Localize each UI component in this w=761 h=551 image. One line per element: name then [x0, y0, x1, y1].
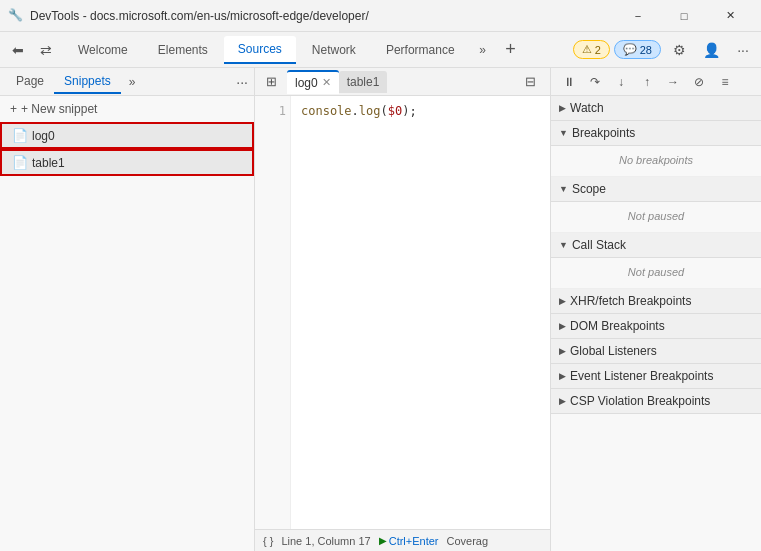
close-tab-log0-icon[interactable]: ✕	[322, 76, 331, 89]
pause-button[interactable]: ⏸	[557, 70, 581, 94]
breakpoints-section-header[interactable]: Breakpoints	[551, 121, 761, 146]
watch-label: Watch	[570, 101, 604, 115]
tab-snippets[interactable]: Snippets	[54, 70, 121, 94]
csp-label: CSP Violation Breakpoints	[570, 394, 710, 408]
editor-tab-table1-label: table1	[347, 75, 380, 89]
breakpoints-label: Breakpoints	[572, 126, 635, 140]
code-semi: ;	[409, 104, 416, 118]
scope-section-header[interactable]: Scope	[551, 177, 761, 202]
content-area: Page Snippets » ··· + + New snippet 📄 lo…	[0, 68, 761, 551]
tab-welcome[interactable]: Welcome	[64, 37, 142, 63]
run-snippet-button[interactable]: ▶ Ctrl+Enter	[379, 535, 439, 547]
code-fn: console	[301, 104, 352, 118]
tab-page[interactable]: Page	[6, 70, 54, 94]
main-toolbar: ⬅ ⇄ Welcome Elements Sources Network Per…	[0, 32, 761, 68]
watch-arrow-icon	[559, 103, 566, 113]
window-controls: − □ ✕	[615, 0, 753, 32]
tab-performance[interactable]: Performance	[372, 37, 469, 63]
breakpoints-menu-button[interactable]: ≡	[713, 70, 737, 94]
editor-collapse-button[interactable]: ⊟	[518, 70, 542, 94]
info-count: 28	[640, 44, 652, 56]
snippet-table1[interactable]: 📄 table1	[0, 149, 254, 176]
title-bar: 🔧 DevTools - docs.microsoft.com/en-us/mi…	[0, 0, 761, 32]
sidebar-content: + + New snippet 📄 log0 📄 table1	[0, 96, 254, 551]
scope-arrow-icon	[559, 184, 568, 194]
snippet-icon: 📄	[12, 128, 28, 143]
step-out-button[interactable]: ↑	[635, 70, 659, 94]
tab-elements[interactable]: Elements	[144, 37, 222, 63]
toolbar-right: ⚠ 2 💬 28 ⚙ 👤 ···	[573, 36, 757, 64]
favicon-icon: 🔧	[8, 8, 24, 24]
code-arg: $0	[388, 104, 402, 118]
snippet-log0[interactable]: 📄 log0	[0, 122, 254, 149]
info-icon: 💬	[623, 43, 637, 56]
tab-sources[interactable]: Sources	[224, 36, 296, 64]
snippet-name-log0: log0	[32, 129, 55, 143]
run-label: Ctrl+Enter	[389, 535, 439, 547]
tab-network[interactable]: Network	[298, 37, 370, 63]
dom-section-header[interactable]: DOM Breakpoints	[551, 314, 761, 339]
editor-panel-button[interactable]: ⊞	[259, 70, 283, 94]
editor-tab-log0[interactable]: log0 ✕	[287, 70, 339, 94]
sidebar-more-button[interactable]: »	[125, 73, 140, 91]
editor-tab-table1[interactable]: table1	[339, 71, 388, 93]
callstack-arrow-icon	[559, 240, 568, 250]
code-method: log	[359, 104, 381, 118]
more-tabs-button[interactable]: »	[471, 38, 495, 62]
event-listener-section-header[interactable]: Event Listener Breakpoints	[551, 364, 761, 389]
dom-arrow-icon	[559, 321, 566, 331]
more-options-button[interactable]: ···	[729, 36, 757, 64]
editor-tab-log0-label: log0	[295, 76, 318, 90]
sidebar-tab-bar: Page Snippets » ···	[0, 68, 254, 96]
watch-section-header[interactable]: Watch	[551, 96, 761, 121]
code-line-1: console.log($0);	[301, 102, 540, 121]
warn-icon: ⚠	[582, 43, 592, 56]
csp-section-header[interactable]: CSP Violation Breakpoints	[551, 389, 761, 414]
code-oparen: (	[381, 104, 388, 118]
step-into-button[interactable]: ↓	[609, 70, 633, 94]
code-dot: .	[352, 104, 359, 118]
code-editor[interactable]: console.log($0);	[291, 96, 550, 529]
callstack-section-header[interactable]: Call Stack	[551, 233, 761, 258]
breakpoints-arrow-icon	[559, 128, 568, 138]
messages-badge[interactable]: 💬 28	[614, 40, 661, 59]
snippet-icon-2: 📄	[12, 155, 28, 170]
global-listeners-section-header[interactable]: Global Listeners	[551, 339, 761, 364]
line-numbers: 1	[255, 96, 291, 529]
run-icon: ▶	[379, 535, 387, 546]
editor-tab-bar: ⊞ log0 ✕ table1 ⊟	[255, 68, 550, 96]
settings-button[interactable]: ⚙	[665, 36, 693, 64]
status-position: Line 1, Column 17	[281, 535, 370, 547]
editor-status-bar: { } Line 1, Column 17 ▶ Ctrl+Enter Cover…	[255, 529, 550, 551]
close-button[interactable]: ✕	[707, 0, 753, 32]
warn-count: 2	[595, 44, 601, 56]
xhr-arrow-icon	[559, 296, 566, 306]
breakpoints-section-content: No breakpoints	[551, 146, 761, 177]
warnings-badge[interactable]: ⚠ 2	[573, 40, 610, 59]
sidebar-menu-button[interactable]: ···	[236, 74, 248, 90]
breakpoints-empty-text: No breakpoints	[551, 150, 761, 172]
editor-area: ⊞ log0 ✕ table1 ⊟ 1 console.log($0); { }…	[255, 68, 551, 551]
scope-empty-text: Not paused	[551, 206, 761, 228]
new-snippet-button[interactable]: + + New snippet	[0, 96, 254, 122]
step-over-button[interactable]: ↷	[583, 70, 607, 94]
devtools-swap-button[interactable]: ⇄	[32, 36, 60, 64]
new-tab-button[interactable]: +	[497, 36, 525, 64]
status-bracket: { }	[263, 535, 273, 547]
window-title: DevTools - docs.microsoft.com/en-us/micr…	[30, 9, 615, 23]
right-panel-toolbar: ⏸ ↷ ↓ ↑ → ⊘ ≡	[551, 68, 761, 96]
left-sidebar: Page Snippets » ··· + + New snippet 📄 lo…	[0, 68, 255, 551]
maximize-button[interactable]: □	[661, 0, 707, 32]
event-label: Event Listener Breakpoints	[570, 369, 713, 383]
devtools-back-button[interactable]: ⬅	[4, 36, 32, 64]
event-arrow-icon	[559, 371, 566, 381]
line-number-1: 1	[259, 102, 286, 121]
plus-icon: +	[10, 102, 17, 116]
xhr-section-header[interactable]: XHR/fetch Breakpoints	[551, 289, 761, 314]
minimize-button[interactable]: −	[615, 0, 661, 32]
deactivate-button[interactable]: ⊘	[687, 70, 711, 94]
profile-button[interactable]: 👤	[697, 36, 725, 64]
step-button[interactable]: →	[661, 70, 685, 94]
scope-label: Scope	[572, 182, 606, 196]
scope-section-content: Not paused	[551, 202, 761, 233]
